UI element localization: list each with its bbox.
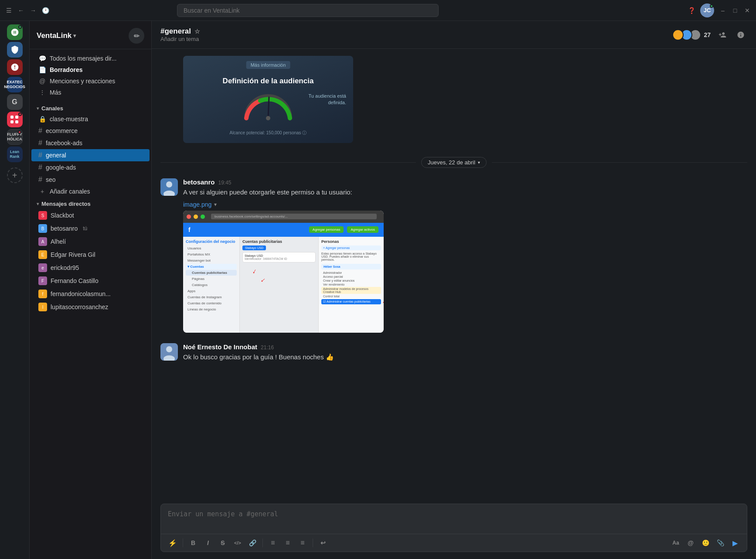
search-input[interactable] <box>177 4 439 17</box>
drafts-icon: 📄 <box>38 66 46 73</box>
message-author-noe[interactable]: Noé Ernesto De Innobat <box>183 343 257 351</box>
online-badge <box>710 4 713 8</box>
audience-image: Más información Definición de la audienc… <box>183 56 353 143</box>
user-avatar[interactable]: JC <box>700 3 714 17</box>
sidebar-item-seo[interactable]: # seo <box>31 174 150 186</box>
titlebar-right: ❓ JC – □ ✕ <box>688 3 751 17</box>
workspace-chevron-icon: ▾ <box>73 33 76 39</box>
noe-message-body: Noé Ernesto De Innobat 21:16 Ok lo busco… <box>183 343 747 362</box>
link-button[interactable]: 🔗 <box>246 537 259 549</box>
sidebar-item-erickodr95[interactable]: e erickodr95 <box>31 261 150 274</box>
fluffy-badge <box>18 130 21 134</box>
sidebar-item-mentions[interactable]: @ Menciones y reacciones <box>31 75 150 87</box>
channels-section-header[interactable]: ▾ Canales <box>30 102 151 113</box>
date-pill[interactable]: Jueves, 22 de abril ▾ <box>421 157 487 168</box>
numbered-list-button[interactable]: ≡ <box>281 537 294 549</box>
hamburger-icon[interactable]: ☰ <box>5 7 12 14</box>
shield-workspace-icon[interactable] <box>7 42 23 58</box>
lightning-button[interactable]: ⚡ <box>166 537 179 549</box>
noe-message-avatar[interactable] <box>160 343 178 361</box>
member-count[interactable]: 27 <box>704 31 711 38</box>
sidebar-item-more[interactable]: ⋮ Más <box>31 87 150 98</box>
dm-chevron-icon: ▾ <box>37 201 39 206</box>
image-label[interactable]: image.png ▾ <box>183 201 747 208</box>
help-icon[interactable]: ❓ <box>688 7 695 14</box>
font-size-button[interactable]: Aa <box>669 537 682 549</box>
dots-workspace-icon[interactable] <box>7 112 23 127</box>
workspace-ventalink-icon[interactable] <box>7 24 23 40</box>
mentions-icon: @ <box>38 78 46 85</box>
history-icon[interactable]: 🕐 <box>42 7 49 14</box>
image-dropdown-icon: ▾ <box>214 201 217 208</box>
attach-button[interactable]: 📎 <box>714 537 727 549</box>
betosanro-message-avatar[interactable] <box>160 178 178 196</box>
italic-button[interactable]: I <box>201 537 215 549</box>
maximize-button[interactable]: □ <box>732 7 739 14</box>
lupita-avatar: l <box>38 303 47 311</box>
sidebar-item-alheli[interactable]: A Alhelí <box>31 235 150 248</box>
sidebar-item-betosanro[interactable]: B betosanro tú <box>31 222 150 235</box>
message-input[interactable] <box>161 504 747 532</box>
workspace-name[interactable]: VentaLink ▾ <box>37 31 76 40</box>
sidebar-item-slackbot[interactable]: S Slackbot <box>31 209 150 222</box>
sidebar-item-direct-messages[interactable]: 💬 Todos los mensajes dir... <box>31 53 150 64</box>
sidebar-item-add-channels[interactable]: + Añadir canales <box>31 186 150 197</box>
sidebar-item-fernandonicolasmun[interactable]: f fernandonicolasmun... <box>31 287 150 300</box>
revert-button[interactable]: ↩ <box>317 537 330 549</box>
minimize-button[interactable]: – <box>719 7 726 14</box>
hash-icon: # <box>38 127 42 135</box>
sidebar-item-google-ads[interactable]: # google-ads <box>31 161 150 174</box>
strikethrough-button[interactable]: S <box>216 537 229 549</box>
fernandonicolasmun-avatar: f <box>38 290 47 298</box>
mention-button[interactable]: @ <box>684 537 697 549</box>
compose-button[interactable]: ✏ <box>129 28 144 44</box>
sidebar-item-fernando[interactable]: F Fernando Castillo <box>31 274 150 287</box>
message-time-betosanro: 19:45 <box>218 180 232 186</box>
bold-button[interactable]: B <box>187 537 200 549</box>
sidebar-item-facebook-ads[interactable]: # facebook-ads <box>31 137 150 149</box>
dm-section-header[interactable]: ▾ Mensajes directos <box>30 197 151 209</box>
add-member-button[interactable] <box>716 28 729 41</box>
channel-topic[interactable]: Añadir un tema <box>160 36 200 42</box>
more-icon: ⋮ <box>38 89 46 96</box>
forward-button[interactable]: → <box>30 7 37 14</box>
audience-title-area: Definición de la audiencia <box>190 77 346 85</box>
sidebar-item-clase-muestra[interactable]: 🔒 clase-muestra <box>31 113 150 125</box>
fluffy-workspace-icon[interactable]: FLUFFYHÓLICA <box>7 129 23 145</box>
message-time-noe: 21:16 <box>261 344 274 351</box>
indent-button[interactable]: ≡ <box>296 537 309 549</box>
titlebar: ☰ ← → 🕐 ❓ JC – □ ✕ <box>0 0 756 21</box>
toolbar-separator-2 <box>262 539 263 547</box>
message-author-betosanro[interactable]: betosanro <box>183 178 215 186</box>
sidebar-item-drafts[interactable]: 📄 Borradores <box>31 64 150 75</box>
exatec-workspace-icon[interactable]: EXATECNEGOCIOS <box>7 77 23 92</box>
audience-defined-label: Tu audiencia estádefinida. <box>309 93 346 106</box>
code-button[interactable]: </> <box>231 537 244 549</box>
info-button[interactable] <box>734 28 747 41</box>
add-workspace-button[interactable]: + <box>7 167 23 183</box>
slackbot-avatar: S <box>38 211 47 220</box>
sidebar-item-general[interactable]: # general <box>31 149 150 161</box>
message-text-noe: Ok lo busco gracias por la guía ! Buenas… <box>183 352 747 362</box>
back-button[interactable]: ← <box>17 7 24 14</box>
close-button[interactable]: ✕ <box>744 7 751 14</box>
bullet-list-button[interactable]: ≡ <box>266 537 279 549</box>
send-button[interactable]: ▶ <box>729 537 742 549</box>
sidebar-item-lupita[interactable]: l lupitasocorrosanchez <box>31 300 150 314</box>
star-icon[interactable]: ☆ <box>194 28 200 35</box>
chevron-down-icon: ▾ <box>478 160 480 165</box>
red-workspace-icon[interactable] <box>7 59 23 75</box>
main-content: #general ☆ Añadir un tema 27 <box>152 21 756 559</box>
message-text-betosanro: A ver si alguien puede otorgarle este pe… <box>183 187 747 198</box>
emoji-button[interactable]: 🙂 <box>699 537 712 549</box>
lean-workspace-icon[interactable]: LeanRank <box>7 147 23 162</box>
channel-header: #general ☆ Añadir un tema 27 <box>152 21 756 49</box>
facebook-screenshot: business.facebook.com/settings/ad-accoun… <box>183 211 384 333</box>
sidebar-item-ecommerce[interactable]: # ecommerce <box>31 125 150 137</box>
sidebar-item-edgar[interactable]: E Edgar Rivera Gil <box>31 248 150 261</box>
dm-list: S Slackbot B betosanro tú A Alhelí E Edg… <box>30 209 151 314</box>
g-workspace-icon[interactable]: G <box>7 94 23 110</box>
channel-info: #general ☆ Añadir un tema <box>160 27 200 42</box>
toolbar-right: Aa @ 🙂 📎 ▶ <box>669 537 742 549</box>
betosanro-suffix: tú <box>83 225 87 232</box>
